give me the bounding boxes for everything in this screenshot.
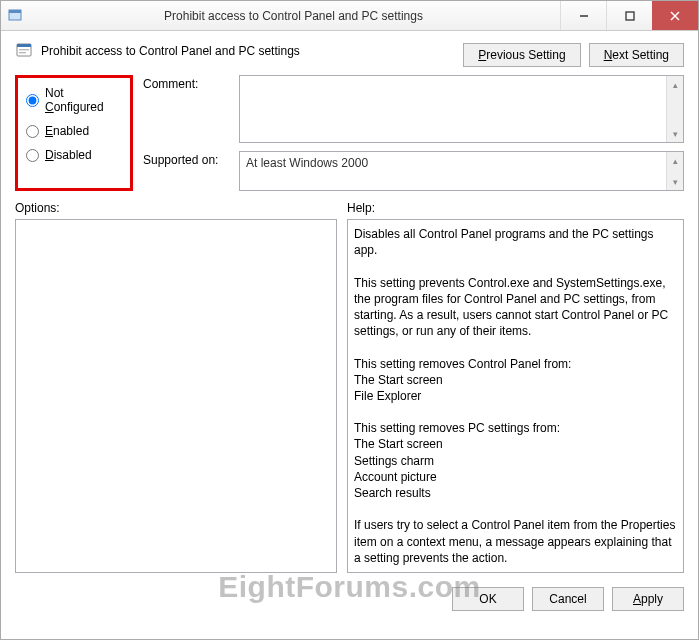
cancel-button[interactable]: Cancel [532, 587, 604, 611]
prev-rest: revious Setting [486, 48, 565, 62]
lower-row: Options: Help: Disables all Control Pane… [15, 201, 684, 573]
radio-enabled[interactable]: Enabled [24, 124, 124, 138]
scroll-down-icon: ▾ [667, 173, 683, 190]
help-column: Help: Disables all Control Panel program… [347, 201, 684, 573]
title-bar: Prohibit access to Control Panel and PC … [1, 1, 698, 31]
svg-rect-9 [19, 52, 26, 53]
options-column: Options: [15, 201, 337, 573]
header-left: Prohibit access to Control Panel and PC … [15, 41, 463, 61]
next-rest: ext Setting [612, 48, 669, 62]
next-setting-button[interactable]: Next Setting [589, 43, 684, 67]
radio-disabled[interactable]: Disabled [24, 148, 124, 162]
supported-text: At least Windows 2000 [240, 152, 666, 190]
policy-icon [15, 41, 35, 61]
supported-label: Supported on: [143, 151, 233, 167]
minimize-button[interactable] [560, 1, 606, 30]
config-row: Not Configured Enabled Disabled Comment:… [15, 75, 684, 191]
policy-heading: Prohibit access to Control Panel and PC … [41, 44, 300, 58]
svg-rect-1 [9, 10, 21, 13]
radio-not-configured-input[interactable] [26, 94, 39, 107]
state-radio-group: Not Configured Enabled Disabled [15, 75, 133, 191]
radio-disabled-input[interactable] [26, 149, 39, 162]
svg-rect-7 [17, 44, 31, 47]
close-button[interactable] [652, 1, 698, 30]
radio-enabled-input[interactable] [26, 125, 39, 138]
svg-rect-8 [19, 49, 29, 50]
comment-scrollbar[interactable]: ▴ ▾ [666, 76, 683, 142]
radio-not-configured[interactable]: Not Configured [24, 86, 124, 114]
ok-button[interactable]: OK [452, 587, 524, 611]
scroll-up-icon: ▴ [667, 76, 683, 93]
config-right: Comment: ▴ ▾ Supported on: At least Wind… [143, 75, 684, 191]
comment-row: Comment: ▴ ▾ [143, 75, 684, 143]
window-controls [560, 1, 698, 30]
footer: OK Cancel Apply [1, 587, 698, 621]
help-panel: Disables all Control Panel programs and … [347, 219, 684, 573]
supported-scrollbar[interactable]: ▴ ▾ [666, 152, 683, 190]
options-panel [15, 219, 337, 573]
nav-buttons: Previous Setting Next Setting [463, 43, 684, 67]
supported-row: Supported on: At least Windows 2000 ▴ ▾ [143, 151, 684, 191]
help-label: Help: [347, 201, 684, 215]
comment-box: ▴ ▾ [239, 75, 684, 143]
scroll-up-icon: ▴ [667, 152, 683, 169]
previous-setting-button[interactable]: Previous Setting [463, 43, 580, 67]
window-title: Prohibit access to Control Panel and PC … [27, 9, 560, 23]
apply-button[interactable]: Apply [612, 587, 684, 611]
header-row: Prohibit access to Control Panel and PC … [15, 41, 684, 67]
dialog-body: Prohibit access to Control Panel and PC … [1, 31, 698, 581]
maximize-button[interactable] [606, 1, 652, 30]
comment-label: Comment: [143, 75, 233, 91]
app-icon [7, 8, 23, 24]
supported-box: At least Windows 2000 ▴ ▾ [239, 151, 684, 191]
comment-input[interactable] [240, 76, 666, 142]
options-label: Options: [15, 201, 337, 215]
scroll-down-icon: ▾ [667, 125, 683, 142]
svg-rect-3 [626, 12, 634, 20]
